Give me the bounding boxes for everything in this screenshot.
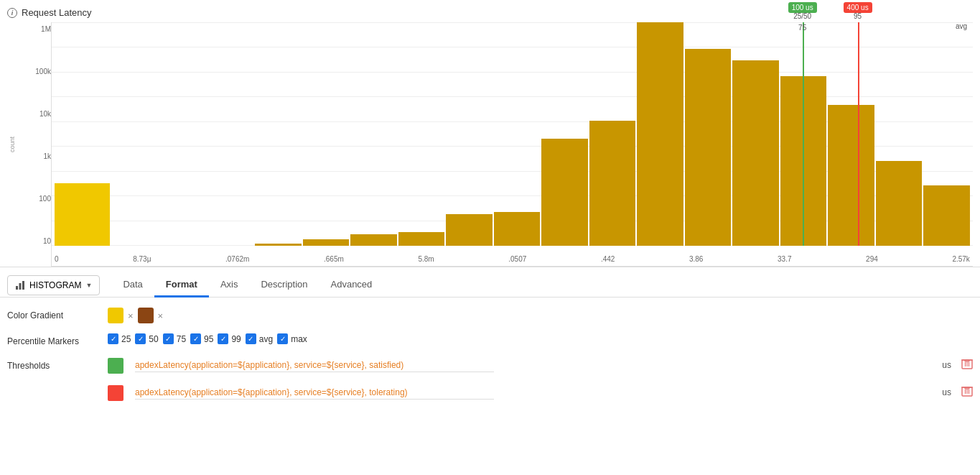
histogram-label: HISTOGRAM bbox=[29, 280, 81, 290]
x-label: .0507 bbox=[508, 255, 526, 263]
bar-group bbox=[446, 22, 493, 246]
bars-container bbox=[52, 22, 973, 246]
bar-group bbox=[159, 22, 206, 246]
threshold-formula-red bbox=[135, 386, 932, 400]
marker-line-red: 400 us 95 bbox=[858, 22, 859, 246]
checkbox-95[interactable]: 95 bbox=[190, 333, 213, 344]
checkbox-99[interactable]: 99 bbox=[218, 333, 241, 344]
color-swatch-yellow[interactable] bbox=[108, 308, 123, 323]
tab-data[interactable]: Data bbox=[111, 273, 154, 298]
tab-format[interactable]: Format bbox=[154, 273, 209, 298]
bar-group bbox=[207, 22, 254, 246]
cb-box-avg[interactable] bbox=[246, 333, 256, 344]
x-label: 0 bbox=[55, 255, 59, 263]
tab-axis[interactable]: Axis bbox=[209, 273, 250, 298]
x-label: .442 bbox=[601, 255, 615, 263]
bar bbox=[732, 60, 779, 246]
checkbox-avg[interactable]: avg bbox=[246, 333, 273, 344]
x-label: .0762m bbox=[225, 255, 249, 263]
color-gradient-label: Color Gradient bbox=[7, 308, 101, 320]
thresholds-items: us bbox=[108, 356, 973, 411]
checkbox-max[interactable]: max bbox=[277, 333, 307, 344]
bar bbox=[398, 232, 445, 246]
thresholds-row: Thresholds us bbox=[7, 356, 973, 411]
threshold-color-red[interactable] bbox=[108, 385, 123, 401]
bar bbox=[55, 183, 110, 246]
svg-rect-0 bbox=[16, 286, 18, 290]
bar bbox=[637, 22, 683, 246]
marker-label-2550: 25/50 bbox=[793, 12, 811, 20]
histogram-icon bbox=[15, 280, 25, 290]
cb-box-75[interactable] bbox=[163, 333, 174, 344]
chart-body: 100 us 25/50 75 400 us 95 avg bbox=[51, 22, 973, 267]
x-label: 5.8m bbox=[418, 255, 434, 263]
cb-label-95: 95 bbox=[204, 334, 213, 344]
cb-label-25: 25 bbox=[121, 334, 131, 344]
histogram-chevron: ▼ bbox=[85, 282, 92, 289]
histogram-button[interactable]: HISTOGRAM ▼ bbox=[7, 275, 100, 295]
color-gradient-value: × × bbox=[108, 308, 163, 323]
threshold-formula-green bbox=[135, 359, 932, 372]
bar-group bbox=[350, 22, 397, 246]
percentile-markers-value: 25 50 75 95 99 bbox=[108, 333, 307, 344]
tab-description[interactable]: Description bbox=[249, 273, 319, 298]
x-label: 33.7 bbox=[778, 255, 791, 263]
bar bbox=[589, 121, 636, 246]
x-axis-labels: 0 8.73μ .0762m .665m 5.8m .0507 .442 3.8… bbox=[52, 255, 973, 263]
y-label: 10k bbox=[19, 110, 51, 118]
y-axis-labels: 1M 100k 10k 1k 100 10 bbox=[19, 22, 51, 267]
bar-group bbox=[111, 22, 158, 246]
red-badge: 400 us bbox=[844, 2, 872, 13]
bar-group bbox=[637, 22, 683, 246]
bar-group bbox=[303, 22, 350, 246]
y-label: 100 bbox=[19, 195, 51, 203]
bar bbox=[255, 244, 302, 246]
bar bbox=[923, 185, 970, 246]
tabs-bar: HISTOGRAM ▼ Data Format Axis Description… bbox=[0, 267, 980, 298]
bar-group bbox=[876, 22, 923, 246]
threshold-input-red[interactable] bbox=[135, 386, 494, 400]
delete-threshold-red[interactable] bbox=[961, 384, 973, 400]
bar-group bbox=[255, 22, 302, 246]
threshold-unit-red: us bbox=[942, 387, 951, 397]
x-label: .665m bbox=[324, 255, 344, 263]
bar bbox=[494, 212, 541, 246]
chart-title-text: Request Latency bbox=[22, 7, 92, 18]
cb-label-50: 50 bbox=[149, 334, 158, 344]
bar-group bbox=[55, 22, 110, 246]
tab-advanced[interactable]: Advanced bbox=[319, 273, 384, 298]
trash-icon-green bbox=[961, 357, 973, 370]
svg-rect-1 bbox=[19, 283, 22, 290]
threshold-color-green[interactable] bbox=[108, 358, 123, 374]
bar-group bbox=[685, 22, 732, 246]
y-axis-label: count bbox=[7, 22, 17, 267]
cb-box-99[interactable] bbox=[218, 333, 228, 344]
delete-threshold-green[interactable] bbox=[961, 357, 973, 373]
cb-box-95[interactable] bbox=[190, 333, 201, 344]
color-swatch-brown[interactable] bbox=[138, 308, 154, 323]
bar-group bbox=[398, 22, 445, 246]
info-icon[interactable]: i bbox=[7, 8, 17, 18]
bar bbox=[446, 214, 493, 246]
cb-label-99: 99 bbox=[231, 334, 241, 344]
bar-group bbox=[494, 22, 541, 246]
y-label: 1k bbox=[19, 152, 51, 160]
cb-box-25[interactable] bbox=[108, 333, 118, 344]
y-label: 10 bbox=[19, 237, 51, 245]
x-label: 3.86 bbox=[689, 255, 703, 263]
checkbox-25[interactable]: 25 bbox=[108, 333, 131, 344]
cb-label-75: 75 bbox=[177, 334, 186, 344]
bar bbox=[685, 49, 732, 246]
threshold-input-green[interactable] bbox=[135, 359, 494, 372]
cb-box-max[interactable] bbox=[277, 333, 288, 344]
cb-box-50[interactable] bbox=[135, 333, 146, 344]
checkbox-50[interactable]: 50 bbox=[135, 333, 158, 344]
checkbox-75[interactable]: 75 bbox=[163, 333, 186, 344]
bar-group bbox=[732, 22, 779, 246]
marker-label-75: 75 bbox=[798, 24, 806, 32]
close-swatch-yellow[interactable]: × bbox=[128, 310, 134, 321]
close-swatch-brown[interactable]: × bbox=[158, 310, 164, 321]
chart-title-bar: i Request Latency bbox=[7, 7, 973, 18]
svg-rect-2 bbox=[22, 281, 24, 290]
threshold-green-row: us bbox=[108, 356, 973, 374]
